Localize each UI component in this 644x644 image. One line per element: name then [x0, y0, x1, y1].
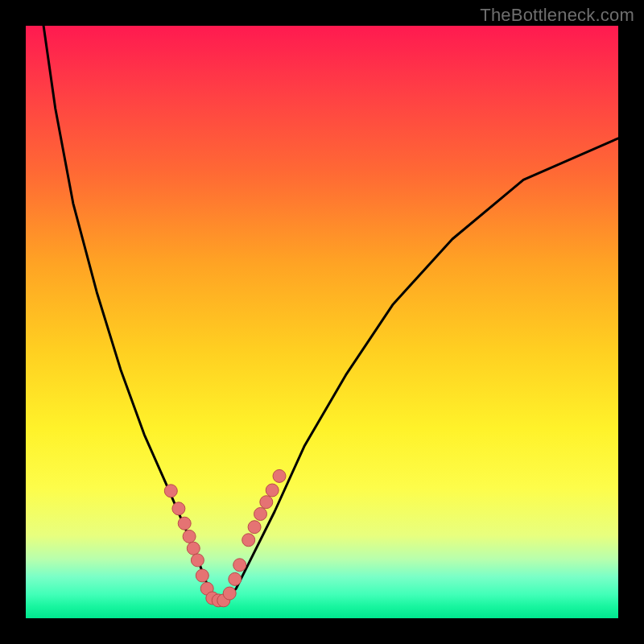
curve-marker — [229, 572, 242, 585]
curve-marker — [187, 542, 200, 555]
curve-marker — [254, 508, 267, 521]
curve-marker — [266, 484, 279, 497]
watermark-text: TheBottleneck.com — [480, 5, 634, 26]
curve-marker — [248, 521, 261, 534]
curve-marker — [242, 534, 255, 547]
curve-marker — [164, 485, 177, 497]
curve-line — [43, 26, 618, 601]
curve-marker — [273, 469, 286, 482]
curve-marker — [191, 554, 204, 567]
curve-marker — [223, 587, 236, 600]
curve-marker — [178, 517, 191, 530]
curve-svg — [26, 26, 618, 618]
curve-marker — [233, 559, 246, 572]
curve-marker — [260, 496, 273, 509]
curve-marker — [196, 569, 208, 582]
curve-marker — [172, 502, 185, 515]
chart-frame: TheBottleneck.com — [0, 0, 644, 644]
curve-markers — [164, 469, 286, 607]
curve-marker — [183, 530, 196, 543]
bottleneck-curve — [43, 26, 618, 601]
plot-area — [26, 26, 618, 618]
